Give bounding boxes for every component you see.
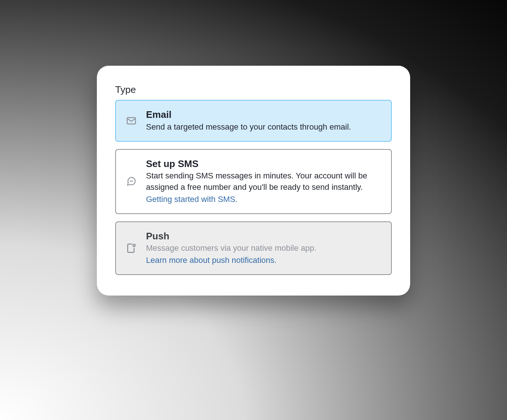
option-title: Set up SMS bbox=[146, 158, 382, 170]
svg-point-2 bbox=[133, 244, 135, 246]
option-link-push[interactable]: Learn more about push notifications. bbox=[146, 255, 382, 266]
option-sms[interactable]: Set up SMS Start sending SMS messages in… bbox=[115, 149, 392, 214]
chat-icon bbox=[125, 175, 137, 187]
option-body: Push Message customers via your native m… bbox=[146, 230, 382, 266]
option-description: Start sending SMS messages in minutes. Y… bbox=[146, 170, 382, 193]
option-email[interactable]: Email Send a targeted message to your co… bbox=[115, 100, 392, 141]
option-link-sms[interactable]: Getting started with SMS. bbox=[146, 194, 382, 205]
option-push[interactable]: Push Message customers via your native m… bbox=[115, 221, 392, 275]
push-icon bbox=[125, 242, 137, 254]
option-description: Message customers via your native mobile… bbox=[146, 243, 382, 254]
mail-icon bbox=[125, 115, 137, 127]
option-title: Push bbox=[146, 230, 382, 242]
option-title: Email bbox=[146, 109, 382, 121]
type-selector-card: Type Email Send a targeted message to yo… bbox=[97, 66, 410, 295]
option-description: Send a targeted message to your contacts… bbox=[146, 122, 382, 133]
section-heading: Type bbox=[115, 84, 392, 95]
option-body: Email Send a targeted message to your co… bbox=[146, 109, 382, 133]
option-body: Set up SMS Start sending SMS messages in… bbox=[146, 158, 382, 205]
